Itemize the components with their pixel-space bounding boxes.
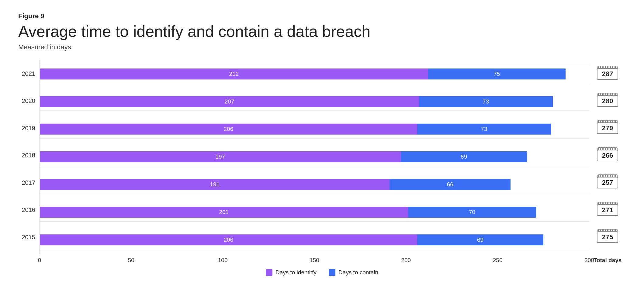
total-badge-2020: 280 <box>597 95 618 107</box>
legend-item-0: Days to identitfy <box>266 269 317 276</box>
bar-row-2016: 20170 <box>40 203 589 222</box>
page-container: Figure 9 Average time to identify and co… <box>0 0 644 288</box>
legend: Days to identitfyDays to contain <box>18 269 626 276</box>
legend-label-1: Days to contain <box>338 269 378 276</box>
figure-label: Figure 9 <box>18 12 626 20</box>
bar-pair-2015: 20669 <box>40 234 589 245</box>
total-wrapper-2021: 287 <box>589 65 626 83</box>
bar-contain-2018: 69 <box>401 151 527 162</box>
x-tick-0: 0 <box>38 257 41 264</box>
y-label-2019: 2019 <box>18 119 40 137</box>
x-tick-100: 100 <box>218 257 228 264</box>
bar-pair-2019: 20673 <box>40 124 589 135</box>
legend-swatch-0 <box>266 269 272 276</box>
legend-item-1: Days to contain <box>329 269 378 276</box>
x-axis-spacer <box>18 255 40 264</box>
bar-contain-2017: 66 <box>390 179 511 190</box>
bar-contain-2016: 70 <box>408 207 536 218</box>
bar-identify-2017: 191 <box>40 179 390 190</box>
bar-row-2018: 19769 <box>40 148 589 166</box>
chart-subtitle: Measured in days <box>18 43 626 51</box>
chart-area: 2021202020192018201720162015 21275207732… <box>18 60 626 276</box>
bar-contain-2020: 73 <box>419 96 553 107</box>
bar-pair-2016: 20170 <box>40 207 589 218</box>
x-tick-50: 50 <box>128 257 134 264</box>
bar-contain-2021: 75 <box>428 68 566 79</box>
legend-label-0: Days to identitfy <box>275 269 317 276</box>
bar-identify-2015: 206 <box>40 234 417 245</box>
y-label-2016: 2016 <box>18 201 40 219</box>
bar-pair-2020: 20773 <box>40 96 589 107</box>
total-badge-2018: 266 <box>597 150 618 161</box>
total-badge-2021: 287 <box>597 68 618 80</box>
bar-row-2019: 20673 <box>40 120 589 139</box>
total-badge-2015: 275 <box>597 231 618 243</box>
total-wrapper-2016: 271 <box>589 201 626 219</box>
total-badge-2019: 279 <box>597 122 618 134</box>
bar-contain-2015: 69 <box>417 234 544 245</box>
y-label-2017: 2017 <box>18 174 40 192</box>
x-axis-labels: 050100150200250300 <box>40 255 589 264</box>
y-label-2018: 2018 <box>18 146 40 165</box>
total-badge-2016: 271 <box>597 204 618 216</box>
bar-identify-2018: 197 <box>40 151 401 162</box>
chart-title: Average time to identify and contain a d… <box>18 23 626 41</box>
total-wrapper-2019: 279 <box>589 119 626 137</box>
bar-pair-2021: 21275 <box>40 68 589 79</box>
x-tick-150: 150 <box>310 257 319 264</box>
y-label-2020: 2020 <box>18 92 40 110</box>
bar-identify-2016: 201 <box>40 207 408 218</box>
x-total-label: Total days <box>589 255 626 264</box>
chart-body: 2021202020192018201720162015 21275207732… <box>18 60 626 254</box>
bar-pair-2018: 19769 <box>40 151 589 162</box>
bars-container: 21275207732067319769191662017020669 <box>40 60 589 254</box>
bar-row-2021: 21275 <box>40 65 589 83</box>
y-label-2015: 2015 <box>18 228 40 246</box>
bar-row-2020: 20773 <box>40 93 589 111</box>
total-wrapper-2015: 275 <box>589 228 626 246</box>
total-wrapper-2018: 266 <box>589 146 626 165</box>
total-wrapper-2017: 257 <box>589 174 626 192</box>
bar-contain-2019: 73 <box>417 124 551 135</box>
y-label-2021: 2021 <box>18 65 40 83</box>
bars-and-totals: 21275207732067319769191662017020669 2872… <box>40 60 626 254</box>
total-wrapper-2020: 280 <box>589 92 626 110</box>
y-axis: 2021202020192018201720162015 <box>18 60 40 254</box>
bar-identify-2021: 212 <box>40 68 428 79</box>
legend-swatch-1 <box>329 269 335 276</box>
bar-identify-2020: 207 <box>40 96 419 107</box>
total-badge-2017: 257 <box>597 177 618 188</box>
bar-row-2017: 19166 <box>40 176 589 194</box>
bar-identify-2019: 206 <box>40 124 417 135</box>
x-tick-250: 250 <box>493 257 503 264</box>
bar-row-2015: 20669 <box>40 231 589 249</box>
totals-col: 287280279266257271275 <box>589 60 626 254</box>
x-axis-row: 050100150200250300 Total days <box>18 255 626 264</box>
bar-pair-2017: 19166 <box>40 179 589 190</box>
x-tick-200: 200 <box>401 257 411 264</box>
x-tick-300: 300 <box>584 257 594 264</box>
